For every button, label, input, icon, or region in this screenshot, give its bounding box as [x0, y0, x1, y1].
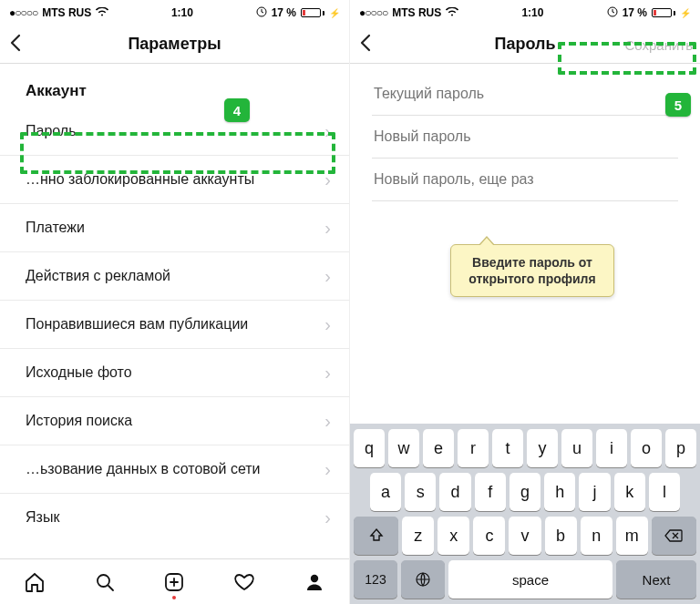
repeat-password-field[interactable] [372, 159, 678, 201]
key-p[interactable]: p [665, 429, 696, 467]
chevron-right-icon: › [324, 267, 331, 285]
keyboard-row-4: 123 space Next [354, 560, 696, 599]
tab-add-icon[interactable] [162, 570, 186, 594]
chevron-right-icon: › [324, 460, 331, 478]
row-ad-actions[interactable]: Действия с рекламой › [0, 252, 349, 301]
key-r[interactable]: r [458, 429, 489, 467]
row-original-photos[interactable]: Исходные фото › [0, 349, 349, 397]
save-button[interactable]: Сохранить [624, 36, 693, 52]
chevron-right-icon: › [324, 412, 331, 430]
key-e[interactable]: e [423, 429, 454, 467]
wifi-icon [96, 6, 108, 19]
tab-home-icon[interactable] [23, 570, 46, 594]
key-backspace[interactable] [652, 517, 696, 555]
row-label: Язык [26, 509, 59, 526]
key-w[interactable]: w [388, 429, 419, 467]
carrier-label: MTS RUS [392, 6, 441, 19]
tooltip-callout: Введите пароль от открытого профиля [450, 244, 614, 297]
key-m[interactable]: m [616, 517, 648, 555]
status-bar: ●○○○○ MTS RUS 1:10 17 % ⚡ [0, 0, 349, 26]
tab-profile-icon[interactable] [303, 570, 326, 594]
page-title: Параметры [128, 35, 221, 54]
tab-search-icon[interactable] [93, 570, 117, 594]
keyboard-row-3: z x c v b n m [354, 517, 696, 555]
key-shift[interactable] [354, 517, 398, 555]
clock-label: 1:10 [521, 6, 543, 19]
key-o[interactable]: o [631, 429, 662, 467]
status-bar: ●○○○○ MTS RUS 1:10 17 % ⚡ [350, 0, 700, 26]
key-b[interactable]: b [545, 517, 577, 555]
svg-point-3 [310, 574, 317, 581]
charging-icon: ⚡ [329, 8, 340, 18]
battery-icon [652, 8, 675, 17]
signal-icon: ●○○○○ [9, 6, 37, 19]
key-d[interactable]: d [439, 473, 470, 511]
row-label: Исходные фото [26, 364, 132, 381]
step-badge-5: 5 [665, 93, 691, 117]
carrier-label: MTS RUS [42, 6, 91, 19]
chevron-right-icon: › [324, 122, 331, 140]
battery-pct-label: 17 % [623, 6, 647, 19]
clock-label: 1:10 [171, 6, 193, 19]
row-label: …нно заблокированные аккаунты [26, 171, 254, 188]
page-title: Пароль [495, 35, 556, 54]
key-a[interactable]: a [370, 473, 401, 511]
key-s[interactable]: s [405, 473, 436, 511]
key-z[interactable]: z [402, 517, 434, 555]
row-cellular-data[interactable]: …ьзование данных в сотовой сети › [0, 445, 349, 494]
key-j[interactable]: j [579, 473, 610, 511]
key-i[interactable]: i [596, 429, 627, 467]
battery-pct-label: 17 % [272, 6, 296, 19]
key-globe[interactable] [401, 560, 445, 599]
row-payments[interactable]: Платежи › [0, 204, 349, 252]
key-x[interactable]: x [438, 517, 469, 555]
keyboard-row-2: a s d f g h j k l [354, 473, 696, 511]
password-form [350, 64, 700, 201]
keyboard-row-1: q w e r t y u i o p [354, 429, 696, 467]
wifi-icon [446, 6, 458, 19]
key-h[interactable]: h [544, 473, 575, 511]
chevron-right-icon: › [324, 219, 331, 237]
chevron-right-icon: › [324, 170, 331, 189]
key-q[interactable]: q [354, 429, 385, 467]
key-y[interactable]: y [527, 429, 558, 467]
key-next[interactable]: Next [616, 560, 696, 599]
nav-header: Пароль Сохранить [350, 26, 700, 64]
signal-icon: ●○○○○ [359, 6, 387, 19]
back-button[interactable] [359, 34, 372, 56]
new-password-field[interactable] [372, 116, 678, 159]
key-f[interactable]: f [475, 473, 506, 511]
key-k[interactable]: k [614, 473, 645, 511]
row-password[interactable]: Пароль › [0, 107, 349, 156]
step-badge-4: 4 [224, 98, 250, 122]
key-space[interactable]: space [448, 560, 612, 599]
nav-header: Параметры [0, 26, 349, 64]
callout-line2: открытого профиля [468, 271, 595, 286]
row-liked-posts[interactable]: Понравившиеся вам публикации › [0, 301, 349, 349]
row-label: Пароль [26, 123, 77, 139]
settings-list: Пароль › …нно заблокированные аккаунты ›… [0, 107, 349, 558]
key-u[interactable]: u [561, 429, 592, 467]
key-t[interactable]: t [492, 429, 523, 467]
row-search-history[interactable]: История поиска › [0, 397, 349, 445]
row-blocked-accounts[interactable]: …нно заблокированные аккаунты › [0, 156, 349, 204]
callout-line1: Введите пароль от [472, 255, 592, 270]
key-l[interactable]: l [649, 473, 680, 511]
current-password-field[interactable] [372, 73, 678, 116]
phone-right: ●○○○○ MTS RUS 1:10 17 % ⚡ [350, 0, 700, 604]
key-v[interactable]: v [509, 517, 540, 555]
key-g[interactable]: g [510, 473, 540, 511]
row-language[interactable]: Язык › [0, 494, 349, 532]
key-123[interactable]: 123 [354, 560, 397, 599]
keyboard: q w e r t y u i o p a s d f g h j k [350, 424, 700, 604]
chevron-right-icon: › [324, 508, 331, 527]
row-label: …ьзование данных в сотовой сети [26, 461, 261, 477]
back-button[interactable] [9, 34, 22, 56]
chevron-right-icon: › [324, 315, 331, 333]
row-label: Платежи [26, 220, 85, 236]
tab-bar [0, 558, 349, 604]
row-label: Понравившиеся вам публикации [26, 316, 248, 333]
tab-activity-icon[interactable] [232, 570, 256, 594]
key-c[interactable]: c [473, 517, 505, 555]
key-n[interactable]: n [581, 517, 612, 555]
